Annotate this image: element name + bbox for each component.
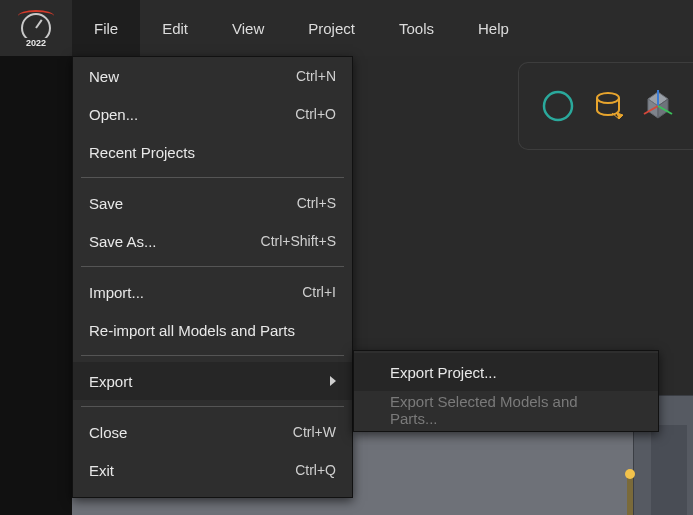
submenu-item-label: Export Selected Models and Parts... — [390, 393, 622, 427]
menu-item-label: Open... — [89, 106, 138, 123]
file-menu-dropdown: New Ctrl+N Open... Ctrl+O Recent Project… — [72, 56, 353, 498]
menu-file[interactable]: File — [72, 0, 140, 56]
menu-item-label: Recent Projects — [89, 144, 195, 161]
menu-project[interactable]: Project — [286, 0, 377, 56]
scene-object — [627, 475, 633, 515]
file-menu-reimport-all[interactable]: Re-import all Models and Parts — [73, 311, 352, 349]
menu-item-label: New — [89, 68, 119, 85]
file-menu-close[interactable]: Close Ctrl+W — [73, 413, 352, 451]
menubar: 2022 File Edit View Project Tools Help — [0, 0, 693, 56]
file-menu-exit[interactable]: Exit Ctrl+Q — [73, 451, 352, 489]
app-logo: 2022 — [0, 0, 72, 56]
export-project[interactable]: Export Project... — [354, 353, 658, 391]
svg-point-1 — [597, 93, 619, 103]
menu-edit[interactable]: Edit — [140, 0, 210, 56]
menu-tools[interactable]: Tools — [377, 0, 456, 56]
menu-item-shortcut: Ctrl+S — [297, 195, 336, 211]
axis-gizmo-icon[interactable] — [638, 86, 678, 126]
export-submenu: Export Project... Export Selected Models… — [353, 350, 659, 432]
menu-item-shortcut: Ctrl+O — [295, 106, 336, 122]
file-menu-save[interactable]: Save Ctrl+S — [73, 184, 352, 222]
export-selected-models: Export Selected Models and Parts... — [354, 391, 658, 429]
menu-item-shortcut: Ctrl+Shift+S — [261, 233, 336, 249]
menu-view[interactable]: View — [210, 0, 286, 56]
menu-item-label: Re-import all Models and Parts — [89, 322, 295, 339]
menu-item-label: Export — [89, 373, 322, 390]
file-menu-recent-projects[interactable]: Recent Projects — [73, 133, 352, 171]
circle-tool-icon[interactable] — [538, 86, 578, 126]
svg-point-0 — [544, 92, 572, 120]
menu-item-shortcut: Ctrl+Q — [295, 462, 336, 478]
scene-block — [651, 425, 687, 515]
menu-item-shortcut: Ctrl+W — [293, 424, 336, 440]
menu-item-shortcut: Ctrl+N — [296, 68, 336, 84]
app-logo-year: 2022 — [25, 38, 47, 48]
menu-item-label: Import... — [89, 284, 144, 301]
menu-separator — [81, 406, 344, 407]
menu-separator — [81, 266, 344, 267]
file-menu-new[interactable]: New Ctrl+N — [73, 57, 352, 95]
submenu-item-label: Export Project... — [390, 364, 497, 381]
menu-item-label: Save — [89, 195, 123, 212]
menu-item-label: Exit — [89, 462, 114, 479]
file-menu-save-as[interactable]: Save As... Ctrl+Shift+S — [73, 222, 352, 260]
left-sidebar — [0, 56, 72, 515]
menu-item-label: Close — [89, 424, 127, 441]
file-menu-open[interactable]: Open... Ctrl+O — [73, 95, 352, 133]
menu-help[interactable]: Help — [456, 0, 531, 56]
tool-panel — [518, 62, 693, 150]
menu-item-shortcut: Ctrl+I — [302, 284, 336, 300]
menu-separator — [81, 177, 344, 178]
file-menu-import[interactable]: Import... Ctrl+I — [73, 273, 352, 311]
menu-separator — [81, 355, 344, 356]
menu-item-label: Save As... — [89, 233, 157, 250]
database-tool-icon[interactable] — [588, 86, 628, 126]
file-menu-export[interactable]: Export — [73, 362, 352, 400]
